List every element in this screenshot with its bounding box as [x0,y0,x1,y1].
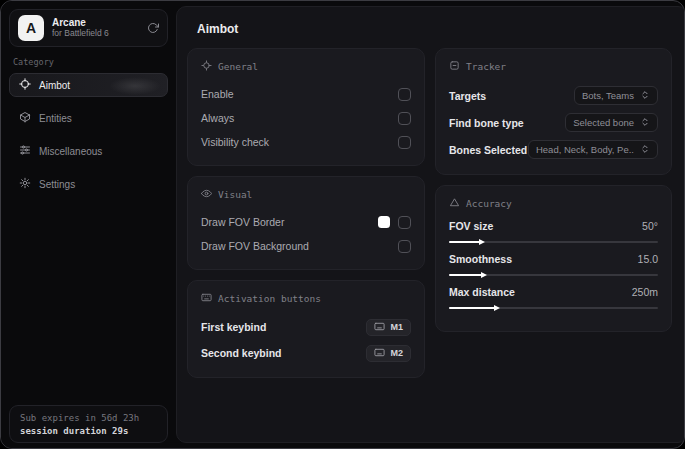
refresh-icon[interactable] [147,22,159,34]
slider-label: FOV size [449,220,493,232]
find-bone-type-select[interactable]: Selected bone [565,113,658,132]
category-label: Category [13,57,164,67]
square-minus-icon [449,60,460,73]
keyboard-icon [374,321,385,334]
select-value: Bots, Teams [582,90,634,101]
entities-icon [19,111,31,125]
main-panel: Aimbot General Enable [176,6,685,443]
keyboard-icon [374,347,385,360]
gear-icon [19,177,31,191]
triangle-icon [449,197,460,210]
setting-label: Visibility check [201,136,269,148]
slider-value: 250m [632,286,658,298]
draw-fov-background-checkbox[interactable] [398,240,411,253]
sidebar-item-label: Miscellaneous [39,146,102,157]
slider-fill[interactable] [449,274,482,276]
activation-buttons-card: Activation buttons First keybind M1 [187,280,425,378]
setting-label: Bones Selected [449,144,527,156]
setting-row: Visibility check [201,131,411,153]
crosshair-icon [19,78,31,92]
draw-fov-border-checkbox[interactable] [398,216,411,229]
setting-row: First keybind M1 [201,315,411,339]
setting-label: Draw FOV Border [201,216,284,228]
app-window: A Arcane for Battlefield 6 Category Aimb… [0,0,685,449]
setting-label: Enable [201,88,234,100]
max-distance-group: Max distance 250m [449,286,658,309]
max-distance-slider[interactable] [449,307,658,309]
sidebar-item-miscellaneous[interactable]: Miscellaneous [9,139,168,163]
setting-label: Always [201,112,234,124]
chevrons-up-down-icon [640,144,650,156]
setting-label: Find bone type [449,117,524,129]
subscription-card: Sub expires in 56d 23h session duration … [9,405,168,443]
sliders-icon [19,144,31,158]
keyboard-icon [201,292,212,305]
sidebar-item-settings[interactable]: Settings [9,172,168,196]
eye-icon [201,188,212,201]
sidebar-nav: Aimbot Entities Miscella [1,73,176,196]
setting-row: Second keybind M2 [201,341,411,365]
second-keybind-button[interactable]: M2 [366,345,411,362]
sidebar-item-label: Entities [39,113,72,124]
sidebar-item-entities[interactable]: Entities [9,106,168,130]
always-checkbox[interactable] [398,112,411,125]
targets-select[interactable]: Bots, Teams [574,86,658,105]
card-title: Activation buttons [218,293,321,304]
fov-size-group: FOV size 50° [449,220,658,243]
setting-label: Targets [449,90,486,102]
sidebar-item-aimbot[interactable]: Aimbot [9,73,168,97]
app-logo: A [18,15,44,41]
slider-fill[interactable] [449,241,480,243]
setting-row: Find bone type Selected bone [449,110,658,135]
general-card: General Enable Always Visibility check [187,48,425,166]
enable-checkbox[interactable] [398,88,411,101]
keybind-value: M2 [390,348,403,358]
card-title: Tracker [466,61,506,72]
setting-row: Draw FOV Border [201,211,411,233]
setting-label: Draw FOV Background [201,240,309,252]
app-subtitle: for Battlefield 6 [52,29,139,39]
accuracy-card: Accuracy FOV size 50° Smoothness [435,185,672,332]
card-title: Visual [218,189,252,200]
setting-row: Always [201,107,411,129]
select-value: Selected bone [573,117,634,128]
slider-value: 15.0 [638,253,658,265]
brand-card: A Arcane for Battlefield 6 [9,9,168,47]
visibility-check-checkbox[interactable] [398,136,411,149]
slider-label: Smoothness [449,253,512,265]
first-keybind-button[interactable]: M1 [366,319,411,336]
setting-label: Second keybind [201,347,282,359]
setting-row: Draw FOV Background [201,235,411,257]
card-title: Accuracy [466,198,512,209]
setting-row: Enable [201,83,411,105]
slider-label: Max distance [449,286,515,298]
chevrons-up-down-icon [640,90,650,102]
visual-card: Visual Draw FOV Border Draw FOV Backgrou… [187,176,425,270]
page-title: Aimbot [177,7,685,36]
fov-border-color-swatch[interactable] [378,216,390,228]
slider-value: 50° [642,220,658,232]
card-title: General [218,61,258,72]
chevrons-up-down-icon [640,117,650,129]
smoothness-slider[interactable] [449,274,658,276]
sidebar: A Arcane for Battlefield 6 Category Aimb… [1,1,176,448]
session-duration-text: session duration 29s [20,426,157,436]
sidebar-item-label: Settings [39,179,75,190]
fov-size-slider[interactable] [449,241,658,243]
sub-expiry-text: Sub expires in 56d 23h [20,413,157,423]
setting-row: Targets Bots, Teams [449,83,658,108]
tracker-card: Tracker Targets Bots, Teams [435,48,672,175]
select-value: Head, Neck, Body, Pe.. [536,144,634,155]
setting-row: Bones Selected Head, Neck, Body, Pe.. [449,137,658,162]
sidebar-item-label: Aimbot [39,80,70,91]
smoothness-group: Smoothness 15.0 [449,253,658,276]
setting-label: First keybind [201,321,266,333]
keybind-value: M1 [390,322,403,332]
bones-selected-select[interactable]: Head, Neck, Body, Pe.. [528,140,658,159]
scan-icon [201,60,212,73]
slider-fill[interactable] [449,307,495,309]
